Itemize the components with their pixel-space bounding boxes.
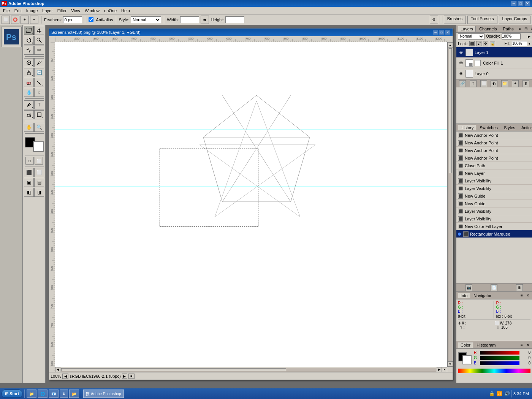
shape-tool[interactable]: ▾ [34, 110, 44, 119]
taskbar-btn-email[interactable]: 📧 [49, 390, 59, 398]
antialias-checkbox[interactable] [89, 17, 93, 22]
history-item-11[interactable]: ⬛ Layer Visibility [456, 215, 532, 223]
r-slider[interactable] [480, 351, 519, 355]
start-button[interactable]: ⊞ Start [2, 390, 22, 398]
screen-mode3[interactable]: ▣ [24, 178, 34, 187]
path-select-tool[interactable]: ▾ [24, 110, 34, 119]
color-spectrum[interactable] [458, 369, 530, 373]
rect-marquee-btn[interactable]: ⬜ [2, 16, 10, 24]
blend-mode-select[interactable]: Normal [458, 33, 484, 40]
history-item-1[interactable]: ⬛ New Anchor Point [456, 139, 532, 147]
magic-wand-tool[interactable] [34, 36, 44, 45]
menu-edit[interactable]: Edit [12, 8, 24, 14]
taskbar-btn-files[interactable]: 📂 [69, 390, 79, 398]
tray-icon-3[interactable]: 🔊 [504, 391, 510, 397]
history-item-8[interactable]: ⬛ New Guide [456, 192, 532, 200]
layers-close-icon[interactable]: ✕ [529, 26, 532, 32]
fullscreen-btn2[interactable]: ⬜ [34, 168, 44, 177]
channels-tab[interactable]: Channels [477, 26, 499, 32]
layer-item-1[interactable]: 👁 Layer 1 [456, 47, 532, 58]
minimize-button[interactable]: ─ [511, 1, 517, 6]
delete-layer-btn[interactable]: 🗑 [522, 80, 529, 87]
marquee-tool[interactable]: ▾ [24, 26, 34, 35]
pen-tool[interactable]: ▾ [24, 100, 34, 109]
layer-0-eye[interactable]: 👁 [458, 71, 464, 77]
lock-position-btn[interactable]: ✛ [483, 41, 488, 46]
color-menu-icon[interactable]: ≡ [519, 342, 524, 348]
info-menu-icon[interactable]: ≡ [519, 293, 524, 298]
standard-mode[interactable]: □ [25, 157, 34, 165]
fill-input[interactable] [512, 41, 527, 46]
scroll-left-btn[interactable]: ◀ [55, 367, 60, 372]
scroll-h-track[interactable] [61, 368, 436, 372]
history-item-7[interactable]: ⬛ Layer Visibility [456, 185, 532, 192]
fullscreen-btn[interactable]: ⬛ [24, 168, 34, 177]
history-tab[interactable]: History [458, 125, 476, 130]
scroll-down-btn[interactable]: ▼ [448, 361, 453, 367]
link-layers-btn[interactable]: 🔗 [459, 80, 466, 87]
menu-view[interactable]: View [69, 8, 82, 14]
menu-window[interactable]: Window [82, 8, 102, 14]
histogram-tab[interactable]: Histogram [474, 342, 498, 348]
doc-restore[interactable]: □ [439, 30, 444, 35]
eraser-tool[interactable] [24, 78, 34, 87]
play-btn[interactable]: ▶ [122, 374, 127, 379]
brushes-tab[interactable]: Brushes [444, 16, 466, 24]
taskbar-btn-folder[interactable]: 📁 [27, 390, 36, 398]
heal-tool[interactable]: ▾ [24, 58, 34, 67]
slice-tool[interactable]: ✂ [34, 46, 44, 55]
scrollbar-h[interactable]: ◀ ▶ ▸ [55, 367, 447, 372]
tray-icon-1[interactable]: 🔒 [489, 391, 495, 397]
blur-tool[interactable]: 💧 [24, 88, 34, 97]
swap-btn[interactable]: ⇆ [201, 16, 209, 24]
style-select[interactable]: Normal Fixed Aspect Ratio Fixed Size [131, 16, 161, 23]
history-item-12[interactable]: ⬛ New Color Fill Layer [456, 223, 532, 230]
background-color[interactable] [33, 141, 44, 152]
lasso-tool[interactable]: ▾ [24, 36, 34, 45]
layer-item-fill[interactable]: 👁 Color Fill 1 [456, 58, 532, 68]
layer-item-0[interactable]: 👁 Layer 0 [456, 68, 532, 79]
brush-tool[interactable]: 🖌 [34, 58, 44, 67]
delete-state-btn[interactable]: 🗑 [516, 284, 523, 291]
fill-arrow[interactable]: ▾ [529, 42, 530, 46]
create-snapshot-btn[interactable]: 📷 [466, 284, 472, 291]
info-close-icon[interactable]: ✕ [525, 293, 530, 298]
menu-layer[interactable]: Layer [40, 8, 55, 14]
fill-tool[interactable]: ▾ [34, 78, 44, 87]
extra-tool1[interactable]: ◧ [24, 188, 34, 197]
canvas-white[interactable] [55, 42, 447, 372]
paths-tab[interactable]: Paths [500, 26, 516, 32]
type-tool[interactable]: T [34, 100, 44, 109]
lock-all-btn[interactable]: 🔒 [490, 41, 495, 46]
history-item-6[interactable]: ⬛ Layer Visibility [456, 177, 532, 185]
quick-mask-mode[interactable]: ⬜ [35, 157, 43, 165]
opacity-input[interactable] [502, 33, 521, 40]
layers-menu-icon[interactable]: ≡ [517, 26, 522, 32]
color-close-icon[interactable]: ✕ [525, 342, 530, 348]
history-item-2[interactable]: ⬛ New Anchor Point [456, 147, 532, 154]
stop-btn[interactable]: ■ [128, 374, 135, 379]
zoom-tool[interactable]: 🔍 [34, 123, 44, 132]
history-item-5[interactable]: ⬛ New Layer [456, 169, 532, 177]
layer-panel-arrow[interactable]: ▶ [528, 35, 530, 38]
layer-1-eye[interactable]: 👁 [458, 49, 464, 55]
hand-tool[interactable]: ✋ [24, 123, 34, 132]
menu-filter[interactable]: Filter [55, 8, 69, 14]
feathers-input[interactable] [63, 16, 82, 23]
move-tool[interactable] [34, 26, 44, 35]
b-slider[interactable] [480, 361, 519, 365]
dodge-tool[interactable]: ○ [34, 88, 44, 97]
history-item-13[interactable]: ⬛ Rectangular Marquee [456, 230, 532, 238]
taskbar-btn-ie[interactable]: 🌐 [38, 390, 48, 398]
sub-selection-btn[interactable]: − [30, 16, 38, 24]
maximize-button[interactable]: □ [518, 1, 524, 6]
history-brush-tool[interactable]: 🔄 [34, 68, 44, 77]
screen-mode4[interactable]: ▤ [34, 178, 44, 187]
group-layers-btn[interactable]: 📁 [501, 80, 508, 87]
taskbar-ps-btn[interactable]: 🖼 Adobe Photoshop [83, 390, 124, 398]
scroll-v-thumb[interactable] [449, 48, 452, 173]
doc-close[interactable]: ✕ [445, 30, 450, 35]
history-item-0[interactable]: ⬛ New Anchor Point [456, 131, 532, 139]
add-selection-btn[interactable]: + [21, 16, 29, 24]
bg-color-swatch[interactable] [462, 355, 472, 364]
